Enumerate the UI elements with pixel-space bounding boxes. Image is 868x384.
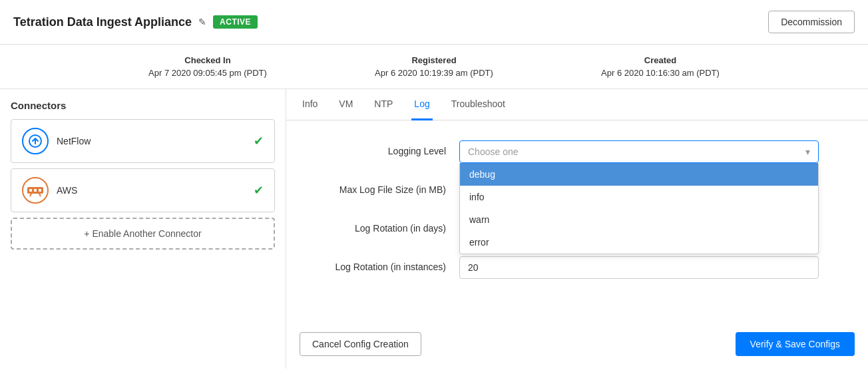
logging-level-menu: debug info warn error: [459, 163, 819, 254]
created-label: Created: [547, 55, 773, 65]
option-warn[interactable]: warn: [460, 208, 818, 231]
netflow-connector-icon: [22, 128, 49, 154]
stat-created: Created Apr 6 2020 10:16:30 am (PDT): [547, 55, 773, 78]
enable-another-connector-button[interactable]: + Enable Another Connector: [11, 218, 275, 250]
created-value: Apr 6 2020 10:16:30 am (PDT): [547, 68, 773, 78]
registered-label: Registered: [321, 55, 547, 65]
aws-connector-icon: [22, 177, 49, 204]
registered-value: Apr 6 2020 10:19:39 am (PDT): [321, 68, 547, 78]
connector-item-netflow[interactable]: NetFlow ✔: [11, 119, 275, 163]
logging-level-label: Logging Level: [300, 140, 446, 156]
header: Tetration Data Ingest Appliance ✎ ACTIVE…: [0, 0, 868, 45]
tab-troubleshoot[interactable]: Troubleshoot: [449, 89, 508, 120]
tab-info[interactable]: Info: [300, 89, 320, 120]
main-body: Connectors NetFlow ✔: [0, 89, 868, 369]
aws-check-icon: ✔: [254, 183, 264, 198]
page-wrapper: Tetration Data Ingest Appliance ✎ ACTIVE…: [0, 0, 868, 384]
aws-connector-name: AWS: [57, 185, 246, 196]
form-row-log-rotation-instances: Log Rotation (in instances): [300, 256, 855, 279]
verify-save-button[interactable]: Verify & Save Configs: [736, 332, 855, 356]
log-rotation-instances-label: Log Rotation (in instances): [300, 256, 446, 272]
edit-icon[interactable]: ✎: [198, 17, 206, 27]
form-row-logging-level: Logging Level Choose one ▾ debug info wa…: [300, 140, 855, 163]
stat-checked-in: Checked In Apr 7 2020 09:05:45 pm (PDT): [95, 55, 321, 78]
option-debug[interactable]: debug: [460, 163, 818, 186]
option-error[interactable]: error: [460, 231, 818, 254]
content-panel: Info VM NTP Log Troubleshoot Logging Lev…: [286, 89, 868, 369]
tabs: Info VM NTP Log Troubleshoot: [286, 89, 868, 120]
logging-level-dropdown[interactable]: Choose one ▾ debug info warn error: [459, 140, 819, 163]
svg-rect-3: [34, 189, 37, 192]
cancel-config-button[interactable]: Cancel Config Creation: [300, 332, 421, 356]
tab-log[interactable]: Log: [411, 89, 432, 120]
log-rotation-days-label: Log Rotation (in days): [300, 218, 446, 234]
log-rotation-instances-wrapper: [459, 256, 819, 279]
svg-rect-2: [29, 189, 32, 192]
connectors-title: Connectors: [0, 100, 286, 119]
max-log-size-label: Max Log File Size (in MB): [300, 179, 446, 195]
log-rotation-instances-input[interactable]: [459, 256, 819, 279]
checked-in-value: Apr 7 2020 09:05:45 pm (PDT): [95, 68, 321, 78]
stats-row: Checked In Apr 7 2020 09:05:45 pm (PDT) …: [0, 45, 868, 89]
tab-ntp[interactable]: NTP: [371, 89, 395, 120]
stat-registered: Registered Apr 6 2020 10:19:39 am (PDT): [321, 55, 547, 78]
dropdown-chevron-icon: ▾: [805, 146, 810, 157]
footer-actions: Cancel Config Creation Verify & Save Con…: [286, 321, 868, 367]
active-badge: ACTIVE: [213, 15, 258, 29]
logging-level-placeholder: Choose one: [468, 146, 519, 157]
option-info[interactable]: info: [460, 186, 818, 208]
form-area: Logging Level Choose one ▾ debug info wa…: [286, 120, 868, 315]
app-title: Tetration Data Ingest Appliance: [13, 15, 192, 29]
netflow-check-icon: ✔: [254, 134, 264, 148]
checked-in-label: Checked In: [95, 55, 321, 65]
decommission-button[interactable]: Decommission: [768, 11, 855, 33]
connector-item-aws[interactable]: AWS ✔: [11, 168, 275, 212]
svg-rect-4: [39, 189, 41, 192]
sidebar: Connectors NetFlow ✔: [0, 89, 286, 369]
header-left: Tetration Data Ingest Appliance ✎ ACTIVE: [13, 15, 258, 29]
logging-level-trigger[interactable]: Choose one ▾: [459, 140, 819, 163]
tab-vm[interactable]: VM: [336, 89, 355, 120]
netflow-connector-name: NetFlow: [57, 136, 246, 146]
